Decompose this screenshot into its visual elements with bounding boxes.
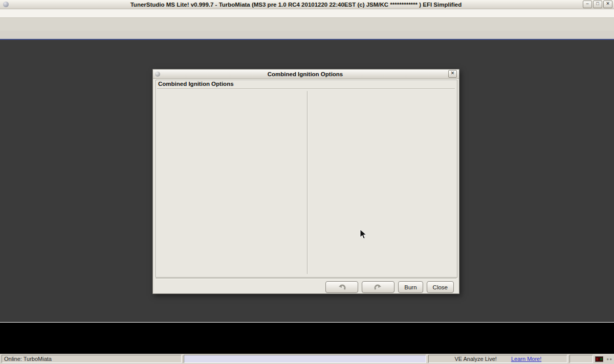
dialog-close-icon[interactable]: ✕ xyxy=(448,70,457,78)
status-bar: Online: TurboMiata VE Analyze Live! Lear… xyxy=(0,354,614,364)
app-icon xyxy=(3,2,9,7)
title-bar: TunerStudio MS Lite! v0.999.7 - TurboMia… xyxy=(0,0,614,9)
dialog-group-title: Combined Ignition Options xyxy=(158,81,234,87)
menu-bar xyxy=(0,9,614,18)
dialog-title: Combined Ignition Options xyxy=(162,71,448,77)
redo-icon xyxy=(374,284,382,290)
button-separator xyxy=(156,278,456,279)
dialog-title-bar: Combined Ignition Options ✕ xyxy=(153,70,459,79)
connection-status: Online: TurboMiata xyxy=(2,355,182,363)
promo-panel: VE Analyze Live! Learn More! xyxy=(428,355,567,363)
maximize-button[interactable]: □ xyxy=(593,1,602,8)
promo-text: VE Analyze Live! xyxy=(454,356,497,362)
burn-button[interactable]: Burn xyxy=(398,281,423,293)
dialog-groupbox xyxy=(156,80,457,278)
dialog-icon xyxy=(155,72,160,77)
close-dialog-button[interactable]: Close xyxy=(427,281,454,293)
redo-button[interactable] xyxy=(362,281,394,293)
learn-more-link[interactable]: Learn More! xyxy=(511,356,541,362)
close-button[interactable]: ✕ xyxy=(603,1,612,8)
combined-ignition-options-dialog: Combined Ignition Options ✕ Combined Ign… xyxy=(152,69,459,294)
progress-bar xyxy=(184,355,427,363)
mouse-cursor xyxy=(360,229,367,240)
status-indicator-grid xyxy=(0,322,614,354)
undo-button[interactable] xyxy=(325,281,358,293)
toolbar xyxy=(0,18,614,31)
group-rule xyxy=(157,88,455,89)
resize-grip[interactable]: ●● xyxy=(606,357,612,361)
column-divider xyxy=(307,91,308,274)
window-title: TunerStudio MS Lite! v0.999.7 - TurboMia… xyxy=(10,2,582,8)
statusbar-spacer xyxy=(569,355,593,363)
comm-led-icon xyxy=(595,356,604,362)
dialog-buttons: Burn Close xyxy=(325,281,454,293)
minimize-button[interactable]: – xyxy=(583,1,592,8)
undo-icon xyxy=(338,284,346,290)
